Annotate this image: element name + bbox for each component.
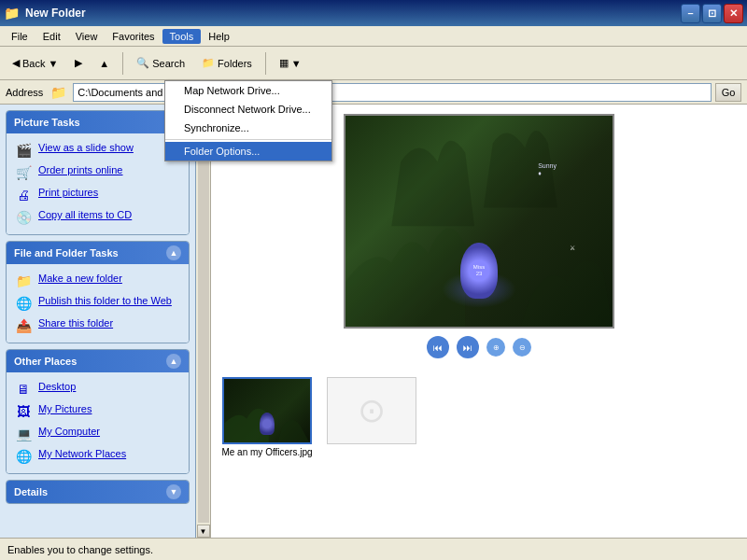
menu-edit[interactable]: Edit <box>35 29 68 44</box>
publish-web-item[interactable]: 🌐 Publish this folder to the Web <box>10 292 185 315</box>
menu-bar: File Edit View Favorites Tools Help <box>0 26 747 47</box>
details-header[interactable]: Details ▼ <box>7 481 189 503</box>
slideshow-label: View as a slide show <box>38 141 134 154</box>
go-button[interactable]: Go <box>715 83 741 102</box>
copy-cd-item[interactable]: 💿 Copy all items to CD <box>10 206 185 229</box>
scroll-track <box>198 119 209 523</box>
publish-web-label: Publish this folder to the Web <box>38 294 172 307</box>
copy-cd-icon: 💿 <box>14 208 33 227</box>
other-places-body: 🖥 Desktop 🖼 My Pictures 💻 My Computer 🌐 … <box>7 372 189 473</box>
file-folder-tasks-collapse-icon[interactable]: ▲ <box>166 245 181 260</box>
file-folder-tasks-body: 📁 Make a new folder 🌐 Publish this folde… <box>7 264 189 343</box>
desktop-item[interactable]: 🖥 Desktop <box>10 378 185 400</box>
search-icon: 🔍 <box>136 57 149 69</box>
minimize-button[interactable]: – <box>681 4 700 23</box>
scroll-down-button[interactable]: ▼ <box>197 525 210 538</box>
my-pictures-label: My Pictures <box>38 402 92 415</box>
forward-button[interactable]: ▶ <box>68 53 89 73</box>
maximize-button[interactable]: ⊡ <box>702 4 722 23</box>
other-places-panel: Other Places ▲ 🖥 Desktop 🖼 My Pictures 💻… <box>6 349 190 474</box>
synchronize-item[interactable]: Synchronize... <box>165 119 331 137</box>
other-places-header[interactable]: Other Places ▲ <box>7 350 189 372</box>
my-computer-item[interactable]: 💻 My Computer <box>10 423 185 445</box>
picture-tasks-title: Picture Tasks <box>14 117 80 128</box>
menu-favorites[interactable]: Favorites <box>105 29 162 44</box>
next-button[interactable]: ⏭ <box>457 336 479 358</box>
disconnect-network-item[interactable]: Disconnect Network Drive... <box>165 100 331 119</box>
zoom-in-icon: ⊕ <box>493 343 500 352</box>
file-folder-tasks-header[interactable]: File and Folder Tasks ▲ <box>7 242 189 264</box>
desktop-label: Desktop <box>38 380 76 393</box>
up-button[interactable]: ▲ <box>92 54 116 73</box>
window-icon: 📁 <box>4 6 20 21</box>
details-collapse-icon[interactable]: ▼ <box>166 484 181 499</box>
print-pictures-item[interactable]: 🖨 Print pictures <box>10 184 185 206</box>
status-text: Enables you to change settings. <box>7 544 153 555</box>
menu-tools[interactable]: Tools <box>162 29 202 44</box>
media-controls: ⏮ ⏭ ⊕ ⊖ <box>427 336 531 358</box>
file-folder-tasks-title: File and Folder Tasks <box>14 247 119 259</box>
network-places-item[interactable]: 🌐 My Network Places <box>10 445 185 468</box>
order-prints-label: Order prints online <box>38 163 123 176</box>
map-network-item[interactable]: Map Network Drive... <box>165 81 331 100</box>
address-bar: Address 📁 Go <box>0 80 747 105</box>
window-title: New Folder <box>25 7 679 20</box>
placeholder-image-1: ⊙ <box>327 377 416 444</box>
network-places-label: My Network Places <box>38 447 126 460</box>
my-computer-icon: 💻 <box>14 425 33 443</box>
zoom-in-button[interactable]: ⊕ <box>486 338 505 357</box>
my-pictures-icon: 🖼 <box>14 402 33 421</box>
share-folder-item[interactable]: 📤 Share this folder <box>10 315 185 337</box>
zoom-out-button[interactable]: ⊖ <box>513 338 531 357</box>
forward-icon: ▶ <box>75 57 82 69</box>
game-enemy-text: ⚔ <box>570 245 575 252</box>
thumbnail-filename: Me an my Officers.jpg <box>221 447 312 457</box>
back-button[interactable]: ◀ Back ▼ <box>6 53 64 73</box>
order-prints-icon: 🛒 <box>14 163 33 182</box>
views-button[interactable]: ▦ ▼ <box>273 53 308 73</box>
my-computer-label: My Computer <box>38 425 100 438</box>
other-places-title: Other Places <box>14 356 77 367</box>
placeholder-icon-1: ⊙ <box>358 391 386 430</box>
new-folder-item[interactable]: 📁 Make a new folder <box>10 270 185 292</box>
picture-tasks-header[interactable]: Picture Tasks ▲ <box>7 111 189 133</box>
thumbnails-row: Me an my Officers.jpg ⊙ <box>211 368 747 467</box>
close-button[interactable]: ✕ <box>724 4 743 23</box>
menu-help[interactable]: Help <box>201 29 237 44</box>
back-arrow-icon: ◀ <box>12 57 20 69</box>
folders-icon: 📁 <box>202 57 215 69</box>
back-label: Back <box>22 58 45 69</box>
views-icon: ▦ <box>279 57 289 69</box>
menu-view[interactable]: View <box>68 29 106 44</box>
slideshow-item[interactable]: 🎬 View as a slide show <box>10 139 185 161</box>
folders-button[interactable]: 📁 Folders <box>195 53 259 73</box>
toolbar: ◀ Back ▼ ▶ ▲ 🔍 Search 📁 Folders ▦ ▼ <box>0 47 747 80</box>
thumbnail-character <box>260 413 275 435</box>
game-character: Miss23 <box>460 243 498 299</box>
zoom-out-icon: ⊖ <box>519 343 526 352</box>
my-pictures-item[interactable]: 🖼 My Pictures <box>10 400 185 423</box>
address-label: Address <box>6 87 43 98</box>
toolbar-separator-2 <box>265 52 266 75</box>
picture-tasks-body: 🎬 View as a slide show 🛒 Order prints on… <box>7 133 189 234</box>
thumbnail-placeholder-1[interactable]: ⊙ <box>325 377 418 444</box>
file-folder-tasks-panel: File and Folder Tasks ▲ 📁 Make a new fol… <box>6 241 190 343</box>
main-content: Picture Tasks ▲ 🎬 View as a slide show 🛒… <box>0 105 747 538</box>
thumbnail-bg <box>224 379 310 442</box>
share-folder-icon: 📤 <box>14 316 33 335</box>
file-view: Miss23 Sunny♦ ⚔ ⏮ ⏭ ⊕ <box>211 105 747 538</box>
thumbnail-item-1[interactable]: Me an my Officers.jpg <box>220 377 314 457</box>
search-button[interactable]: 🔍 Search <box>130 53 191 73</box>
main-preview-image: Miss23 Sunny♦ ⚔ <box>344 114 614 329</box>
other-places-collapse-icon[interactable]: ▲ <box>166 354 181 369</box>
details-panel: Details ▼ <box>6 480 190 504</box>
address-folder-icon: 📁 <box>50 85 66 100</box>
prev-button[interactable]: ⏮ <box>427 336 449 358</box>
picture-tasks-panel: Picture Tasks ▲ 🎬 View as a slide show 🛒… <box>6 110 190 235</box>
order-prints-item[interactable]: 🛒 Order prints online <box>10 161 185 184</box>
folder-options-item[interactable]: Folder Options... <box>165 142 331 161</box>
sidebar: Picture Tasks ▲ 🎬 View as a slide show 🛒… <box>0 105 196 538</box>
menu-file[interactable]: File <box>4 29 35 44</box>
sidebar-scrollbar[interactable]: ▲ ▼ <box>196 105 211 538</box>
search-label: Search <box>152 58 185 69</box>
